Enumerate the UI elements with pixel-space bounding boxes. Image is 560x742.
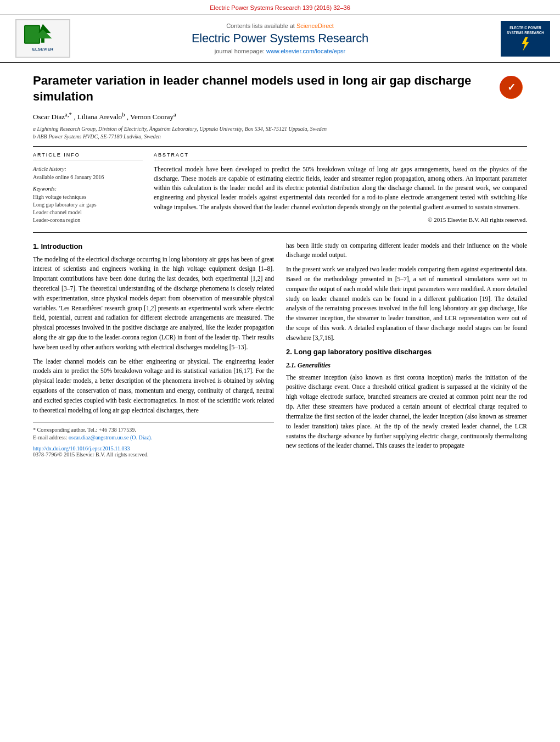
right-column: has been little study on comparing diffe… [286,241,527,458]
article-content: Parameter variation in leader channel mo… [0,63,560,458]
left-column: 1. Introduction The modeling of the elec… [33,241,274,458]
info-abstract-row: ARTICLE INFO Article history: Available … [33,152,527,233]
main-text-columns: 1. Introduction The modeling of the elec… [33,241,527,458]
keywords-label: Keywords: [33,186,143,192]
sciencedirect-link[interactable]: ScienceDirect [296,23,334,29]
author-liliana: , Liliana Arevalo [74,113,122,121]
author-oscar: Oscar Diaz [33,113,65,121]
section1-para2: The leader channel models can be either … [33,357,274,416]
doi-text: http://dx.doi.org/10.1016/j.epsr.2015.11… [33,445,274,451]
journal-title-center: Contents lists available at ScienceDirec… [76,23,484,54]
elsevier-logo-img: ELSEVIER [15,19,70,58]
footnote-corresponding: * Corresponding author. Tel.: +46 738 17… [33,426,274,434]
homepage-link[interactable]: www.elsevier.com/locate/epsr [266,48,345,54]
section2-title: 2. Long gap laboratory positive discharg… [286,348,527,356]
email-link[interactable]: oscar.diaz@angstrom.uu.se (O. Diaz). [69,434,152,440]
article-info-col: ARTICLE INFO Article history: Available … [33,152,143,224]
journal-logo-box: ELECTRIC POWER SYSTEMS RESEARCH [484,21,550,57]
svg-text:ELSEVIER: ELSEVIER [32,47,54,52]
subsection-title: 2.1. Generalities [286,361,527,370]
keyword-2: Long gap laboratory air gaps [33,201,143,209]
contents-available: Contents lists available at ScienceDirec… [87,23,473,29]
page-container: Electric Power Systems Research 139 (201… [0,0,560,742]
issn-text: 0378-7796/© 2015 Elsevier B.V. All right… [33,451,274,458]
author-oscar-sup: a,* [65,111,72,118]
svg-rect-5 [41,38,44,43]
keyword-4: Leader-corona region [33,216,143,224]
keyword-3: Leader channel model [33,209,143,216]
elsevier-logo-box: ELSEVIER [10,19,76,58]
article-info-heading: ARTICLE INFO [33,152,143,160]
article-history: Article history: Available online 6 Janu… [33,165,143,181]
right-para2: In the present work we analyzed two lead… [286,265,527,343]
keyword-1: High voltage techniques [33,193,143,201]
svg-text:SYSTEMS RESEARCH: SYSTEMS RESEARCH [507,31,544,35]
history-date: Available online 6 January 2016 [33,173,143,181]
crossmark-icon: ✓ [500,76,523,99]
section1-title: 1. Introduction [33,242,274,250]
journal-citation-link[interactable]: Electric Power Systems Research 139 (201… [210,4,350,11]
article-history-label: Article history: [33,165,143,173]
svg-text:✓: ✓ [507,82,516,93]
journal-logo-right: ELECTRIC POWER SYSTEMS RESEARCH [501,21,550,57]
affil-b: b ABB Power Systems HVDC, SE-77180 Ludvi… [33,133,491,141]
article-title: Parameter variation in leader channel mo… [33,73,491,104]
footnote-email: E-mail address: oscar.diaz@angstrom.uu.s… [33,434,274,442]
section1-para1: The modeling of the electrical discharge… [33,255,274,353]
svg-rect-2 [25,26,39,43]
article-title-text: Parameter variation in leader channel mo… [33,73,491,141]
svg-text:ELECTRIC POWER: ELECTRIC POWER [509,26,541,30]
author-vernon: , Vernon Cooray [127,113,173,121]
journal-homepage: journal homepage: www.elsevier.com/locat… [87,48,473,54]
abstract-text: Theoretical models have been developed t… [154,165,527,212]
author-liliana-sup: b [122,111,125,118]
copyright-line: © 2015 Elsevier B.V. All rights reserved… [154,216,527,223]
right-para3: The streamer inception (also known as fi… [286,373,527,451]
affil-a: a Lightning Research Group, Division of … [33,125,491,133]
abstract-heading: ABSTRACT [154,152,527,160]
journal-top-bar: Electric Power Systems Research 139 (201… [0,0,560,15]
author-vernon-sup: a [173,111,176,118]
authors-line: Oscar Diaza,* , Liliana Arevalob , Verno… [33,111,491,121]
journal-header: ELSEVIER Contents lists available at Sci… [0,15,560,63]
doi-section: http://dx.doi.org/10.1016/j.epsr.2015.11… [33,445,274,458]
affiliations: a Lightning Research Group, Division of … [33,125,491,141]
footnote-section: * Corresponding author. Tel.: +46 738 17… [33,422,274,458]
journal-main-title: Electric Power Systems Research [87,31,473,46]
right-para1: has been little study on comparing diffe… [286,241,527,261]
keywords-section: Keywords: High voltage techniques Long g… [33,186,143,224]
crossmark-box: ✓ [500,76,527,99]
abstract-col: ABSTRACT Theoretical models have been de… [154,152,527,224]
article-title-section: Parameter variation in leader channel mo… [33,63,527,147]
